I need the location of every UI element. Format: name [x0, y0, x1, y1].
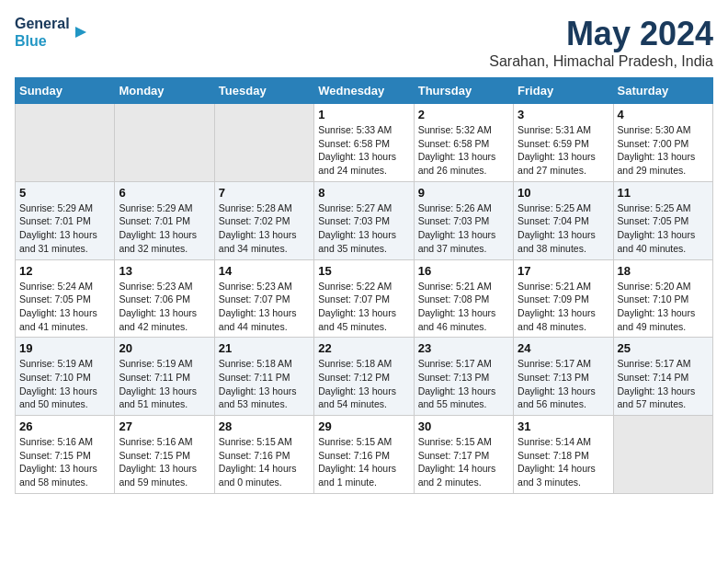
calendar-week-row: 12Sunrise: 5:24 AM Sunset: 7:05 PM Dayli…: [16, 259, 713, 338]
day-info: Sunrise: 5:19 AM Sunset: 7:11 PM Dayligh…: [119, 357, 210, 411]
month-year: May 2024: [489, 15, 713, 53]
day-number: 11: [618, 186, 709, 200]
day-number: 30: [418, 419, 509, 433]
calendar-cell: 6Sunrise: 5:29 AM Sunset: 7:01 PM Daylig…: [115, 181, 214, 259]
day-number: 24: [518, 341, 609, 355]
day-number: 31: [518, 419, 609, 433]
day-info: Sunrise: 5:26 AM Sunset: 7:03 PM Dayligh…: [418, 201, 509, 256]
day-number: 12: [19, 264, 110, 278]
page-header: General Blue May 2024 Sarahan, Himachal …: [15, 15, 713, 70]
day-number: 10: [518, 186, 609, 200]
calendar-cell: 13Sunrise: 5:23 AM Sunset: 7:06 PM Dayli…: [115, 259, 214, 338]
calendar-cell: 31Sunrise: 5:14 AM Sunset: 7:18 PM Dayli…: [514, 416, 613, 494]
calendar-cell: 19Sunrise: 5:19 AM Sunset: 7:10 PM Dayli…: [16, 338, 115, 416]
day-number: 2: [418, 108, 509, 121]
logo-text: General Blue: [15, 15, 70, 50]
day-number: 5: [19, 186, 110, 200]
calendar-cell: 5Sunrise: 5:29 AM Sunset: 7:01 PM Daylig…: [16, 181, 115, 259]
calendar-cell: [115, 104, 214, 182]
day-info: Sunrise: 5:22 AM Sunset: 7:07 PM Dayligh…: [318, 280, 409, 334]
day-info: Sunrise: 5:27 AM Sunset: 7:03 PM Dayligh…: [318, 201, 409, 256]
day-info: Sunrise: 5:29 AM Sunset: 7:01 PM Dayligh…: [19, 201, 110, 256]
calendar-cell: 9Sunrise: 5:26 AM Sunset: 7:03 PM Daylig…: [414, 181, 513, 259]
day-number: 18: [618, 264, 709, 278]
day-info: Sunrise: 5:29 AM Sunset: 7:01 PM Dayligh…: [119, 201, 210, 256]
calendar-cell: 10Sunrise: 5:25 AM Sunset: 7:04 PM Dayli…: [514, 181, 613, 259]
calendar-cell: 3Sunrise: 5:31 AM Sunset: 6:59 PM Daylig…: [514, 104, 613, 182]
day-info: Sunrise: 5:24 AM Sunset: 7:05 PM Dayligh…: [19, 280, 110, 334]
day-info: Sunrise: 5:21 AM Sunset: 7:08 PM Dayligh…: [418, 280, 509, 334]
day-number: 14: [219, 264, 310, 278]
day-number: 9: [418, 186, 509, 200]
calendar-cell: 26Sunrise: 5:16 AM Sunset: 7:15 PM Dayli…: [16, 416, 115, 494]
day-number: 1: [318, 108, 409, 121]
day-info: Sunrise: 5:18 AM Sunset: 7:12 PM Dayligh…: [318, 357, 409, 411]
calendar-cell: 17Sunrise: 5:21 AM Sunset: 7:09 PM Dayli…: [514, 259, 613, 338]
calendar-cell: 12Sunrise: 5:24 AM Sunset: 7:05 PM Dayli…: [16, 259, 115, 338]
day-number: 3: [518, 108, 609, 121]
day-info: Sunrise: 5:17 AM Sunset: 7:13 PM Dayligh…: [418, 357, 509, 411]
day-number: 20: [119, 341, 210, 355]
calendar-week-row: 26Sunrise: 5:16 AM Sunset: 7:15 PM Dayli…: [16, 416, 713, 494]
day-info: Sunrise: 5:16 AM Sunset: 7:15 PM Dayligh…: [119, 435, 210, 489]
day-info: Sunrise: 5:17 AM Sunset: 7:14 PM Dayligh…: [618, 357, 709, 411]
calendar-cell: 15Sunrise: 5:22 AM Sunset: 7:07 PM Dayli…: [314, 259, 414, 338]
day-number: 19: [19, 341, 110, 355]
day-info: Sunrise: 5:15 AM Sunset: 7:16 PM Dayligh…: [318, 435, 409, 489]
calendar-cell: 1Sunrise: 5:33 AM Sunset: 6:58 PM Daylig…: [314, 104, 414, 182]
day-info: Sunrise: 5:23 AM Sunset: 7:07 PM Dayligh…: [219, 280, 310, 334]
day-number: 8: [318, 186, 409, 200]
calendar-cell: 24Sunrise: 5:17 AM Sunset: 7:13 PM Dayli…: [514, 338, 613, 416]
day-number: 29: [318, 419, 409, 433]
day-info: Sunrise: 5:20 AM Sunset: 7:10 PM Dayligh…: [618, 280, 709, 334]
weekday-header: Friday: [514, 78, 613, 104]
calendar-cell: 27Sunrise: 5:16 AM Sunset: 7:15 PM Dayli…: [115, 416, 214, 494]
calendar-cell: 21Sunrise: 5:18 AM Sunset: 7:11 PM Dayli…: [214, 338, 313, 416]
day-info: Sunrise: 5:32 AM Sunset: 6:58 PM Dayligh…: [418, 123, 509, 178]
day-info: Sunrise: 5:25 AM Sunset: 7:05 PM Dayligh…: [618, 201, 709, 256]
day-info: Sunrise: 5:15 AM Sunset: 7:16 PM Dayligh…: [219, 435, 310, 489]
day-number: 21: [219, 341, 310, 355]
logo: General Blue: [15, 15, 92, 50]
calendar-cell: 18Sunrise: 5:20 AM Sunset: 7:10 PM Dayli…: [613, 259, 712, 338]
calendar-cell: 2Sunrise: 5:32 AM Sunset: 6:58 PM Daylig…: [414, 104, 513, 182]
day-info: Sunrise: 5:28 AM Sunset: 7:02 PM Dayligh…: [219, 201, 310, 256]
weekday-header: Wednesday: [314, 78, 414, 104]
weekday-header-row: SundayMondayTuesdayWednesdayThursdayFrid…: [16, 78, 713, 104]
day-number: 27: [119, 419, 210, 433]
day-number: 15: [318, 264, 409, 278]
calendar-cell: 23Sunrise: 5:17 AM Sunset: 7:13 PM Dayli…: [414, 338, 513, 416]
calendar-cell: [16, 104, 115, 182]
day-info: Sunrise: 5:31 AM Sunset: 6:59 PM Dayligh…: [518, 123, 609, 178]
day-number: 17: [518, 264, 609, 278]
day-number: 23: [418, 341, 509, 355]
day-info: Sunrise: 5:21 AM Sunset: 7:09 PM Dayligh…: [518, 280, 609, 334]
day-number: 28: [219, 419, 310, 433]
weekday-header: Saturday: [613, 78, 712, 104]
svg-marker-0: [75, 27, 86, 38]
calendar-cell: 16Sunrise: 5:21 AM Sunset: 7:08 PM Dayli…: [414, 259, 513, 338]
day-number: 25: [618, 341, 709, 355]
day-number: 26: [19, 419, 110, 433]
day-info: Sunrise: 5:33 AM Sunset: 6:58 PM Dayligh…: [318, 123, 409, 178]
calendar-cell: 7Sunrise: 5:28 AM Sunset: 7:02 PM Daylig…: [214, 181, 313, 259]
day-info: Sunrise: 5:15 AM Sunset: 7:17 PM Dayligh…: [418, 435, 509, 489]
calendar-cell: 11Sunrise: 5:25 AM Sunset: 7:05 PM Dayli…: [613, 181, 712, 259]
calendar-cell: 28Sunrise: 5:15 AM Sunset: 7:16 PM Dayli…: [214, 416, 313, 494]
calendar-week-row: 5Sunrise: 5:29 AM Sunset: 7:01 PM Daylig…: [16, 181, 713, 259]
calendar-cell: 4Sunrise: 5:30 AM Sunset: 7:00 PM Daylig…: [613, 104, 712, 182]
calendar-cell: 30Sunrise: 5:15 AM Sunset: 7:17 PM Dayli…: [414, 416, 513, 494]
calendar-cell: 25Sunrise: 5:17 AM Sunset: 7:14 PM Dayli…: [613, 338, 712, 416]
day-info: Sunrise: 5:18 AM Sunset: 7:11 PM Dayligh…: [219, 357, 310, 411]
day-number: 13: [119, 264, 210, 278]
day-number: 4: [618, 108, 709, 121]
calendar-week-row: 1Sunrise: 5:33 AM Sunset: 6:58 PM Daylig…: [16, 104, 713, 182]
day-info: Sunrise: 5:19 AM Sunset: 7:10 PM Dayligh…: [19, 357, 110, 411]
day-number: 6: [119, 186, 210, 200]
day-info: Sunrise: 5:25 AM Sunset: 7:04 PM Dayligh…: [518, 201, 609, 256]
logo-chevron-icon: [74, 23, 92, 41]
weekday-header: Tuesday: [214, 78, 313, 104]
day-number: 16: [418, 264, 509, 278]
weekday-header: Sunday: [16, 78, 115, 104]
calendar-cell: 14Sunrise: 5:23 AM Sunset: 7:07 PM Dayli…: [214, 259, 313, 338]
